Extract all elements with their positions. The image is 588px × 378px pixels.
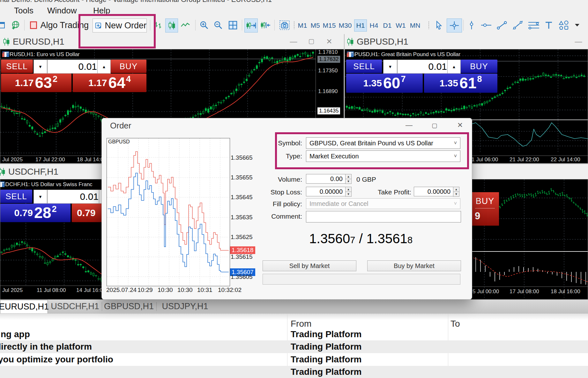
order-status-bar [263, 274, 460, 285]
take-profit-input[interactable]: 0.00000 [414, 187, 453, 196]
auto-scroll-button[interactable] [259, 18, 272, 32]
eurusd-volume-up[interactable]: ▲ [97, 60, 111, 74]
stop-loss-label: Stop Loss: [254, 188, 302, 196]
timeframe-d1[interactable]: D1 [381, 19, 394, 32]
maximize-icon[interactable]: ▢ [427, 120, 442, 130]
tab-usdchf[interactable]: USDCHF,H1 [49, 300, 100, 313]
gbpusd-sell-price[interactable]: 1.35607 [346, 74, 423, 93]
comment-input[interactable] [306, 211, 461, 222]
close-icon[interactable]: ✕ [453, 120, 467, 130]
tick-y-label: 1.35655 [231, 174, 253, 181]
trendline-tool[interactable] [495, 18, 509, 32]
tick-x-label: 10:29 [138, 287, 153, 294]
usdjpy-buy-button[interactable]: BUY 9 [471, 192, 499, 226]
usdchf-chart-header: USDCHF,H1: US Dollar vs Swiss Franc [0, 181, 93, 188]
volume-input[interactable]: 0.00 [306, 174, 346, 184]
table-row[interactable]: directly in the platform Trading Platfor… [0, 340, 588, 353]
menu-tools[interactable]: Tools [11, 5, 37, 16]
tab-gbpusd[interactable]: GBPUSD,H1 [103, 300, 155, 313]
tick-y-label: 1.35665 [231, 154, 253, 161]
gbpusd-buy-button[interactable]: BUY [461, 60, 497, 73]
eurusd-volume-input[interactable]: 0.01 [47, 60, 100, 74]
usdchf-volume-dropdown[interactable]: ▼ [33, 190, 47, 204]
horizontal-line-tool[interactable] [479, 18, 493, 32]
tick-y-label: 1.35605 [231, 273, 253, 280]
crosshair-tool-button[interactable] [447, 18, 462, 33]
minimize-icon[interactable]: — [574, 37, 583, 46]
fibonacci-tool[interactable] [526, 18, 541, 32]
table-row[interactable]: ng app Trading Platform [0, 328, 588, 340]
timeframe-m15[interactable]: M15 [322, 19, 337, 32]
sell-by-market-button[interactable]: Sell by Market [263, 260, 356, 271]
cursor-tool-button[interactable] [433, 18, 445, 32]
stop-loss-input[interactable]: 0.00000 [306, 187, 346, 196]
eurusd-sell-price[interactable]: 1.17632 [1, 74, 71, 92]
shapes-tool[interactable] [556, 18, 571, 32]
timeframe-h1[interactable]: H1 [354, 19, 367, 32]
gbpusd-volume-dropdown[interactable]: ▼ [383, 60, 397, 74]
minimize-icon[interactable]: — [289, 37, 298, 46]
screenshot-button[interactable] [278, 18, 291, 32]
usdchf-sell-price[interactable]: 0.79282 [0, 204, 71, 222]
menu-help[interactable]: Help [90, 5, 113, 16]
tab-eurusd[interactable]: EURUSD,H1 [0, 300, 48, 313]
expert-advisors-button[interactable] [8, 18, 22, 32]
menu-window[interactable]: Window [44, 5, 80, 16]
table-row[interactable]: Trading Platform [0, 366, 588, 378]
take-profit-spinner[interactable]: ▲▼ [453, 187, 459, 196]
chart-shift-button[interactable] [244, 18, 258, 33]
more-tools-dropdown[interactable] [572, 18, 582, 32]
gbpusd-sell-button[interactable]: SELL [346, 60, 382, 73]
minimize-icon[interactable]: — [402, 120, 416, 130]
gbpusd-chart-header: GBPUSD,H1: Great Britain Pound vs US Dol… [347, 51, 460, 58]
time-axis-label: 22 Jul 14:00 [551, 156, 580, 163]
timeframe-mn[interactable]: MN [408, 19, 422, 32]
table-row[interactable]: you optimize your portfolio Trading Plat… [0, 353, 588, 366]
zoom-out-button[interactable] [212, 18, 224, 32]
stop-loss-spinner[interactable]: ▲▼ [345, 187, 352, 196]
tile-windows-button[interactable] [227, 18, 239, 32]
type-label: Type: [254, 152, 302, 160]
zoom-in-button[interactable] [198, 18, 210, 32]
eurusd-buy-button[interactable]: BUY [111, 60, 146, 73]
eurusd-buy-price[interactable]: 1.17644 [73, 74, 146, 92]
eurusd-titlebar[interactable]: EURUSD,H1 — ▢ ✕ [0, 34, 344, 49]
volume-spinner[interactable]: ▲▼ [345, 174, 352, 184]
gbpusd-buy-price[interactable]: 1.35618 [424, 74, 497, 93]
text-tool[interactable] [542, 18, 555, 32]
close-icon[interactable]: ✕ [324, 37, 334, 46]
usdchf-volume-input[interactable]: 0.01 [47, 190, 102, 204]
tab-usdjpy[interactable]: USDJPY,H1 [158, 300, 212, 313]
bar-chart-type-button[interactable] [153, 18, 164, 32]
maximize-icon[interactable]: ▢ [307, 37, 316, 45]
toolbar-drag-handle[interactable] [428, 21, 429, 29]
eurusd-volume-dropdown[interactable]: ▼ [33, 60, 47, 74]
gbpusd-volume-up[interactable]: ▲ [447, 60, 461, 74]
timeframe-w1[interactable]: W1 [394, 19, 407, 32]
line-chart-type-button[interactable] [179, 18, 191, 32]
vertical-line-tool[interactable] [465, 18, 478, 32]
cut-toolbar-icon[interactable] [0, 18, 6, 32]
candlestick-chart-type-button[interactable] [165, 18, 178, 33]
volume-label: Volume: [254, 176, 302, 183]
price-scale-label: 1.17810 [318, 49, 340, 55]
channel-tool[interactable] [510, 18, 525, 32]
time-axis-label: 18 Jul 16:00 [551, 288, 580, 295]
timeframe-h4[interactable]: H4 [368, 19, 380, 32]
eurusd-sell-button[interactable]: SELL [1, 60, 33, 73]
new-order-button[interactable]: New Order [93, 18, 147, 33]
timeframe-m5[interactable]: M5 [309, 19, 322, 32]
fill-policy-label: Fill policy: [254, 200, 302, 208]
gbpusd-titlebar[interactable]: GBPUSD,H1 — [345, 34, 588, 49]
toolbar-drag-handle[interactable] [294, 21, 295, 29]
usdchf-sell-button[interactable]: SELL [0, 190, 32, 203]
type-select[interactable]: Market Execution˅ [306, 150, 460, 162]
algo-trading-button[interactable]: Algo Trading [28, 18, 89, 32]
time-axis-label: 21 Jul 22:00 [510, 156, 539, 163]
buy-by-market-button[interactable]: Buy by Market [367, 260, 461, 271]
gbpusd-volume-input[interactable]: 0.01 [397, 60, 450, 74]
timeframe-m1[interactable]: M1 [296, 19, 309, 32]
timeframe-m30[interactable]: M30 [338, 19, 353, 32]
symbol-select[interactable]: GBPUSD, Great Britain Pound vs US Dollar… [306, 137, 460, 149]
toolbar: Algo Trading New Order M1 M5 M15 M30 H1 … [0, 17, 588, 34]
